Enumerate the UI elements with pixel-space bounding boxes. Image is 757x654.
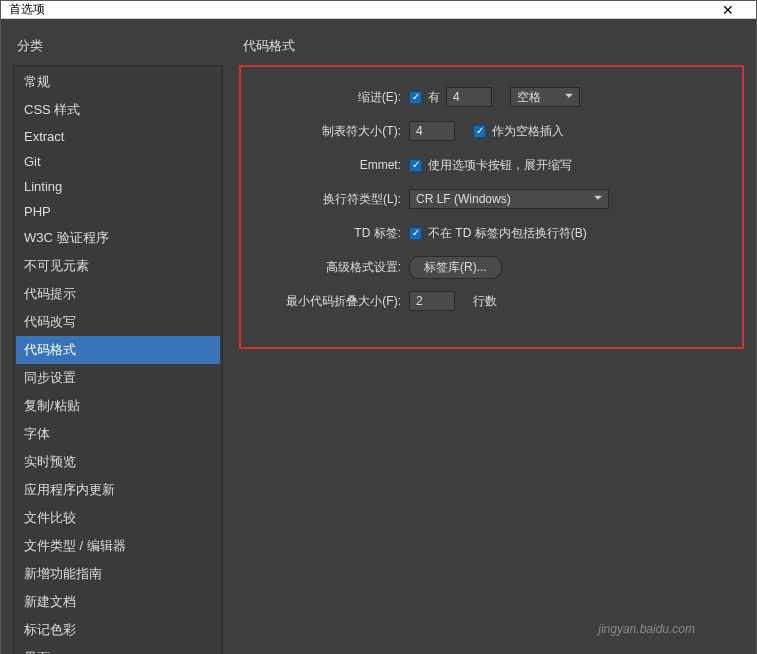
category-item[interactable]: 界面 bbox=[16, 644, 220, 654]
indent-unit-select[interactable]: 空格 bbox=[510, 87, 580, 107]
indent-check-text: 有 bbox=[428, 89, 440, 106]
tdtag-check-text: 不在 TD 标签内包括换行符(B) bbox=[428, 225, 587, 242]
category-item[interactable]: 字体 bbox=[16, 420, 220, 448]
minfold-suffix: 行数 bbox=[473, 293, 497, 310]
tdtag-label: TD 标签: bbox=[259, 225, 409, 242]
emmet-check-text: 使用选项卡按钮，展开缩写 bbox=[428, 157, 572, 174]
category-item[interactable]: 文件比较 bbox=[16, 504, 220, 532]
close-icon[interactable]: ✕ bbox=[708, 2, 748, 18]
category-item[interactable]: 标记色彩 bbox=[16, 616, 220, 644]
category-item[interactable]: 常规 bbox=[16, 68, 220, 96]
category-item[interactable]: 不可见元素 bbox=[16, 252, 220, 280]
category-item[interactable]: 应用程序内更新 bbox=[16, 476, 220, 504]
category-list[interactable]: 常规CSS 样式ExtractGitLintingPHPW3C 验证程序不可见元… bbox=[13, 65, 223, 654]
settings-highlight: 缩进(E): 有 空格 制表符大小(T): bbox=[239, 65, 744, 349]
category-item[interactable]: W3C 验证程序 bbox=[16, 224, 220, 252]
window-title: 首选项 bbox=[9, 1, 708, 18]
tdtag-checkbox[interactable] bbox=[409, 227, 422, 240]
category-item[interactable]: 同步设置 bbox=[16, 364, 220, 392]
indent-value-input[interactable] bbox=[446, 87, 492, 107]
tabsize-label: 制表符大小(T): bbox=[259, 123, 409, 140]
linebreak-select[interactable]: CR LF (Windows) bbox=[409, 189, 609, 209]
linebreak-label: 换行符类型(L): bbox=[259, 191, 409, 208]
emmet-checkbox[interactable] bbox=[409, 159, 422, 172]
tabsize-check-text: 作为空格插入 bbox=[492, 123, 564, 140]
category-item[interactable]: CSS 样式 bbox=[16, 96, 220, 124]
category-item[interactable]: 复制/粘贴 bbox=[16, 392, 220, 420]
emmet-label: Emmet: bbox=[259, 158, 409, 172]
category-item[interactable]: 实时预览 bbox=[16, 448, 220, 476]
category-item[interactable]: 代码提示 bbox=[16, 280, 220, 308]
category-item[interactable]: 代码格式 bbox=[16, 336, 220, 364]
indent-checkbox[interactable] bbox=[409, 91, 422, 104]
minfold-label: 最小代码折叠大小(F): bbox=[259, 293, 409, 310]
category-item[interactable]: PHP bbox=[16, 199, 220, 224]
category-item[interactable]: 文件类型 / 编辑器 bbox=[16, 532, 220, 560]
category-item[interactable]: Extract bbox=[16, 124, 220, 149]
tabsize-checkbox[interactable] bbox=[473, 125, 486, 138]
category-header: 分类 bbox=[13, 31, 223, 65]
tabsize-input[interactable] bbox=[409, 121, 455, 141]
category-item[interactable]: 新增功能指南 bbox=[16, 560, 220, 588]
tag-library-button[interactable]: 标签库(R)... bbox=[409, 256, 502, 279]
page-title: 代码格式 bbox=[239, 31, 744, 65]
category-item[interactable]: 新建文档 bbox=[16, 588, 220, 616]
category-item[interactable]: Git bbox=[16, 149, 220, 174]
category-item[interactable]: 代码改写 bbox=[16, 308, 220, 336]
category-item[interactable]: Linting bbox=[16, 174, 220, 199]
titlebar: 首选项 ✕ bbox=[1, 1, 756, 19]
advfmt-label: 高级格式设置: bbox=[259, 259, 409, 276]
indent-label: 缩进(E): bbox=[259, 89, 409, 106]
minfold-input[interactable] bbox=[409, 291, 455, 311]
